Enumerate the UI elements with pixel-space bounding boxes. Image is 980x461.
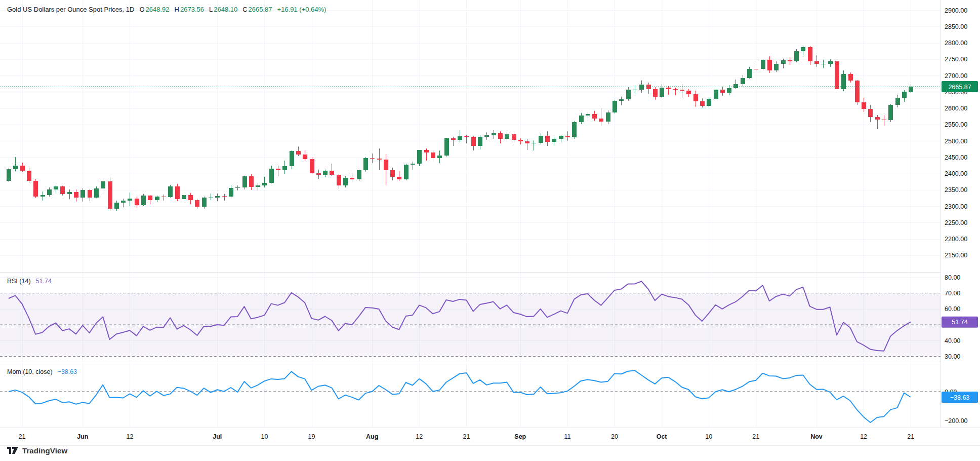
rsi-label: RSI (14)	[7, 277, 31, 285]
symbol-legend[interactable]: Gold US Dollars per Ounce Spot Prices, 1…	[7, 6, 326, 14]
tradingview-attribution[interactable]: TradingView	[7, 446, 67, 455]
ohlc-low: L2648.10	[209, 6, 237, 14]
tradingview-chart-widget: Gold US Dollars per Ounce Spot Prices, 1…	[0, 0, 980, 461]
chart-canvas[interactable]: 2900.002850.002800.002750.002700.002650.…	[0, 0, 980, 461]
candlestick-series	[7, 46, 913, 211]
mom-legend[interactable]: Mom (10, close) −38.63	[7, 368, 77, 376]
momentum-line	[9, 370, 911, 422]
rsi-legend[interactable]: RSI (14) 51.74	[7, 277, 52, 285]
tradingview-logo-icon	[7, 447, 19, 454]
mom-value: −38.63	[58, 368, 77, 376]
mom-label: Mom (10, close)	[7, 368, 53, 376]
ohlc-close: C2665.87	[242, 6, 272, 14]
rsi-value: 51.74	[36, 277, 52, 285]
symbol-title: Gold US Dollars per Ounce Spot Prices, 1…	[7, 6, 134, 14]
ohlc-high: H2673.56	[175, 6, 204, 14]
time-scale[interactable]	[0, 428, 980, 445]
price-scale[interactable]	[941, 0, 980, 428]
change-value: +16.91 (+0.64%)	[277, 6, 326, 14]
gridlines	[0, 0, 941, 428]
ohlc-open: O2648.92	[139, 6, 169, 14]
tradingview-brand-text: TradingView	[22, 446, 67, 455]
